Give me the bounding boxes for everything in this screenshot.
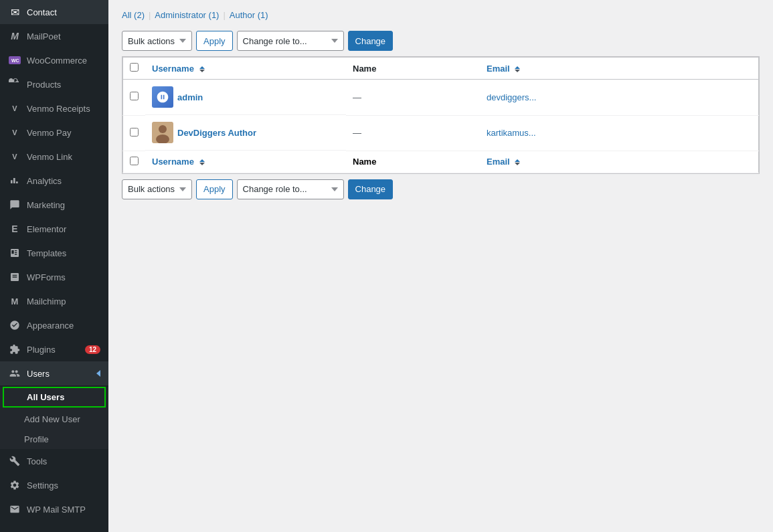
admin-username-link[interactable]: admin: [177, 92, 203, 102]
sidebar-item-marketing[interactable]: Marketing: [0, 193, 108, 217]
sidebar-item-analytics[interactable]: Analytics: [0, 169, 108, 193]
sidebar-item-woocommerce[interactable]: WC WooCommerce: [0, 48, 108, 72]
sidebar-item-label: Analytics: [27, 176, 100, 186]
filter-all[interactable]: All (2): [122, 10, 145, 20]
sidebar-item-contact[interactable]: ✉ Contact: [0, 0, 108, 24]
elementor-icon: E: [8, 222, 21, 236]
bulk-actions-select-top[interactable]: Bulk actions Delete: [122, 31, 192, 51]
tools-icon: [8, 454, 21, 468]
users-icon: [8, 367, 21, 380]
toolbar-bottom: Bulk actions Delete Apply Change role to…: [122, 174, 760, 205]
sidebar-item-label: Products: [27, 80, 100, 90]
username-column-footer[interactable]: Username: [145, 151, 346, 173]
sort-up-icon: [515, 159, 520, 162]
change-role-select-bottom[interactable]: Change role to... Administrator Editor A…: [237, 179, 344, 199]
table-row: DevDiggers Author — kartikamus...: [123, 115, 759, 151]
sidebar-item-label: Contact: [27, 7, 100, 17]
products-icon: [8, 78, 21, 91]
select-all-footer[interactable]: [123, 151, 146, 173]
username-sort-link-footer[interactable]: Username: [152, 157, 205, 167]
venmo-link-icon: V: [8, 150, 21, 163]
change-role-select-top[interactable]: Change role to... Administrator Editor A…: [237, 31, 344, 51]
filter-bar: All (2) | Administrator (1) | Author (1): [122, 10, 760, 20]
venmo-pay-icon: V: [8, 126, 21, 139]
sort-down-icon: [515, 70, 520, 72]
sort-up-icon: [515, 66, 520, 69]
users-table-wrapper: Username Name Email: [122, 56, 760, 174]
author-email-link[interactable]: kartikamus...: [487, 128, 536, 138]
admin-name: —: [353, 92, 361, 102]
sidebar-item-venmo-receipts[interactable]: V Venmo Receipts: [0, 96, 108, 120]
row-checkbox-cell[interactable]: [123, 80, 146, 116]
sidebar-item-elementor[interactable]: E Elementor: [0, 217, 108, 241]
email-column-footer[interactable]: Email: [480, 151, 759, 173]
sidebar-item-plugins[interactable]: Plugins 12: [0, 337, 108, 361]
username-column-header[interactable]: Username: [145, 58, 346, 80]
row-checkbox[interactable]: [130, 128, 139, 137]
author-username-link[interactable]: DevDiggers Author: [177, 128, 256, 138]
change-button-top[interactable]: Change: [348, 31, 394, 51]
table-header-row: Username Name Email: [123, 58, 759, 80]
sidebar-item-appearance[interactable]: Appearance: [0, 313, 108, 337]
profile-label: Profile: [24, 434, 49, 444]
sidebar-item-label: WooCommerce: [27, 56, 100, 66]
sidebar-item-venmo-pay[interactable]: V Venmo Pay: [0, 120, 108, 145]
svg-text:WC: WC: [11, 58, 19, 63]
email-sort-link[interactable]: Email: [487, 64, 520, 74]
username-sort-link[interactable]: Username: [152, 64, 205, 74]
sidebar-sub-item-add-new-user[interactable]: Add New User: [0, 409, 108, 429]
sidebar-item-templates[interactable]: Templates: [0, 241, 108, 265]
sort-down-icon: [199, 70, 205, 72]
filter-administrator[interactable]: Administrator (1): [155, 10, 219, 20]
plugins-icon: [8, 343, 21, 356]
row-checkbox-cell[interactable]: [123, 115, 146, 151]
admin-email-link[interactable]: devdiggers...: [487, 92, 536, 102]
email-column-header[interactable]: Email: [480, 58, 759, 80]
sidebar-item-wp-mail-smtp[interactable]: WP Mail SMTP: [0, 497, 108, 521]
filter-author[interactable]: Author (1): [230, 10, 268, 20]
sidebar-item-settings[interactable]: Settings: [0, 473, 108, 497]
select-all-checkbox[interactable]: [130, 63, 139, 72]
change-button-bottom[interactable]: Change: [348, 179, 394, 199]
name-cell: —: [346, 80, 480, 116]
wpforms-icon: [8, 270, 21, 284]
contact-icon: ✉: [8, 5, 21, 19]
name-column-header: Name: [346, 58, 480, 80]
sidebar-item-mailpoet[interactable]: M MailPoet: [0, 24, 108, 48]
author-name: —: [353, 128, 361, 138]
apply-button-bottom[interactable]: Apply: [196, 179, 233, 199]
sidebar-item-tools[interactable]: Tools: [0, 449, 108, 473]
sort-down-icon: [199, 163, 205, 165]
name-column-footer: Name: [346, 151, 480, 173]
email-cell: devdiggers...: [480, 80, 759, 116]
row-checkbox[interactable]: [130, 92, 139, 100]
sidebar: ✉ Contact M MailPoet WC WooCommerce Prod…: [0, 0, 108, 532]
sidebar-item-venmo-link[interactable]: V Venmo Link: [0, 145, 108, 169]
sidebar-item-wpforms[interactable]: WPForms: [0, 265, 108, 289]
admin-avatar: [152, 86, 173, 108]
filter-sep-2: |: [223, 10, 225, 20]
apply-button-top[interactable]: Apply: [196, 31, 233, 51]
email-sort-link-footer[interactable]: Email: [487, 157, 520, 167]
appearance-icon: [8, 319, 21, 332]
sidebar-item-label: MailPoet: [27, 31, 100, 41]
sidebar-sub-item-all-users[interactable]: All Users: [3, 387, 106, 408]
email-sort-icon: [515, 66, 520, 72]
author-avatar: [152, 122, 173, 143]
sidebar-item-label: Users: [27, 369, 91, 379]
select-all-header[interactable]: [123, 58, 146, 80]
settings-icon: [8, 478, 21, 492]
main-content: All (2) | Administrator (1) | Author (1)…: [108, 0, 773, 532]
sidebar-item-mailchimp[interactable]: M Mailchimp: [0, 289, 108, 313]
sidebar-sub-item-profile[interactable]: Profile: [0, 429, 108, 449]
filter-sep-1: |: [149, 10, 151, 20]
sidebar-item-products[interactable]: Products: [0, 72, 108, 96]
sidebar-item-label: Venmo Link: [27, 152, 100, 162]
sidebar-item-label: Plugins: [27, 345, 80, 355]
email-cell: kartikamus...: [480, 115, 759, 151]
select-all-checkbox-footer[interactable]: [130, 157, 139, 165]
bulk-actions-select-bottom[interactable]: Bulk actions Delete: [122, 179, 192, 199]
marketing-icon: [8, 198, 21, 211]
toolbar-top: Bulk actions Delete Apply Change role to…: [122, 25, 760, 56]
sidebar-item-users[interactable]: Users: [0, 361, 108, 385]
